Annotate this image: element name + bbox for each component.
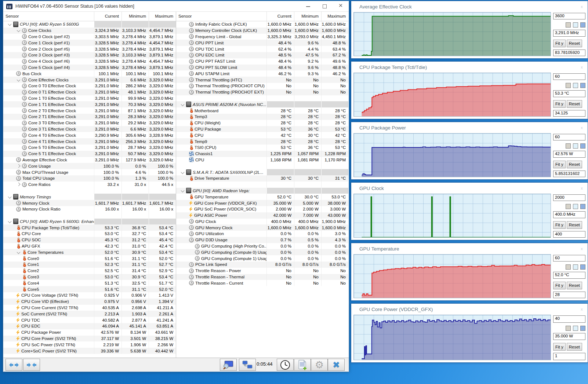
- sensor-row[interactable]: Core152.3 °C31.1 °C52.7 °C: [3, 262, 176, 268]
- y-max-input[interactable]: 3600: [553, 13, 585, 19]
- color-swatch-background[interactable]: [573, 204, 578, 209]
- column-header-current[interactable]: Current: [94, 12, 121, 21]
- fit-y-button[interactable]: Fit y: [553, 221, 566, 229]
- color-swatch-background[interactable]: [573, 326, 578, 331]
- y-min-input[interactable]: 28: [553, 292, 585, 298]
- sensor-row[interactable]: GPU Computing (High Priority Co...0.0 %0…: [176, 243, 348, 249]
- section-header-row[interactable]: CPU [#0]: AMD Ryzen 5 5600G: [3, 21, 176, 28]
- graph-title-bar[interactable]: Average Effective Clock x: [351, 1, 588, 12]
- sensor-row[interactable]: Core 2 Clock (perf #5)3,328.5 MHz3,278.4…: [3, 46, 176, 52]
- sensor-row[interactable]: CPU Core Current (SVI2 TFN)40.535 A2.698…: [3, 305, 176, 311]
- sensor-row[interactable]: CPU1,168 RPM1,081 RPM1,170 RPM: [176, 157, 348, 163]
- sensor-row[interactable]: Core051.6 °C31.1 °C52.0 °C: [3, 255, 176, 262]
- sensor-row[interactable]: GPU Core Power (VDDCR_GFX)35.000 W5.000 …: [176, 200, 348, 206]
- sensor-row[interactable]: Core+SoC Power (SVI2 TFN)39.336 W5.638 W…: [3, 348, 176, 354]
- y-min-input[interactable]: 5.853131602: [553, 171, 585, 177]
- fit-y-button[interactable]: Fit y: [553, 100, 566, 108]
- reset-button[interactable]: Reset: [567, 40, 582, 47]
- sensor-row[interactable]: Core 5 Clock (perf #4)3,328.5 MHz3,278.4…: [3, 65, 176, 71]
- sensor-row[interactable]: APU STAPM Limit46.2 %9.3 %46.2 %: [176, 70, 348, 77]
- section-header-row[interactable]: Memory Timings: [3, 194, 176, 200]
- sensor-row[interactable]: Core252.5 °C31.4 °C52.9 °C: [3, 268, 176, 274]
- sensor-row[interactable]: Core 3 T0 Effective Clock3,291.0 MHz29.2…: [3, 120, 176, 126]
- color-swatch-line[interactable]: [566, 143, 571, 149]
- sensor-row[interactable]: Core 3 Clock (perf #3)3,328.5 MHz3,103.3…: [3, 52, 176, 58]
- sensor-row[interactable]: Max CPU/Thread Usage100.0 %4.6 %100.0 %: [3, 169, 176, 175]
- sensor-row[interactable]: Drive Temperature30 °C30 °C31 °C: [176, 175, 348, 182]
- y-max-input[interactable]: 60: [553, 255, 585, 262]
- graph-close-icon[interactable]: x: [578, 186, 585, 190]
- column-header-sensor[interactable]: Sensor: [176, 12, 266, 21]
- sensor-row[interactable]: CPU TDC Limit62.4 %4.4 %63.4 %: [176, 46, 348, 52]
- minimize-icon[interactable]: [300, 1, 316, 11]
- sensor-row[interactable]: Core 2 T0 Effective Clock3,291.0 MHz87.1…: [3, 107, 176, 114]
- sensor-row[interactable]: CPU PPT FAST Limit48.4 %9.2 %49.6 %: [176, 58, 348, 65]
- section-header-row[interactable]: GPU [#0]: AMD Radeon Vega:: [176, 188, 348, 194]
- maximize-icon[interactable]: [316, 1, 333, 11]
- graph-title-bar[interactable]: GPU Clock x: [351, 183, 588, 194]
- reset-button[interactable]: Reset: [567, 282, 582, 289]
- sensor-row[interactable]: Core 0 T1 Effective Clock3,291.0 MHz48.1…: [3, 89, 176, 95]
- color-swatch-background[interactable]: [573, 22, 578, 28]
- sensor-row[interactable]: Throttle Reason - PowerNoNoNo: [176, 268, 348, 274]
- close-sensors-button[interactable]: ✖: [328, 359, 345, 371]
- sensor-row[interactable]: GPU SoC Power (VDDCR_SOC)2.000 W2.000 W3…: [176, 206, 348, 212]
- sensor-row[interactable]: CPU SoC Power (SVI2 TFN)2.219 W1.906 W2.…: [3, 341, 176, 348]
- color-swatch-grid[interactable]: [580, 83, 585, 88]
- sensor-row[interactable]: Core 1 Clock (perf #1)3,328.5 MHz3,278.4…: [3, 40, 176, 46]
- sensor-row[interactable]: Throttle Reason - CurrentNoNoNo: [176, 280, 348, 286]
- column-header-sensor[interactable]: Sensor: [3, 12, 94, 21]
- sensor-row[interactable]: Core 4 Clock (perf #6)3,328.5 MHz3,278.4…: [3, 58, 176, 65]
- fit-y-button[interactable]: Fit y: [553, 282, 566, 289]
- color-swatch-line[interactable]: [566, 264, 571, 270]
- sensor-row[interactable]: APU GFX42.3 °C31.0 °C42.4 °C: [3, 243, 176, 249]
- graph-close-icon[interactable]: x: [578, 307, 585, 311]
- sensor-row[interactable]: CPU EDC Limit48.5 %47.5 %67.2 %: [176, 52, 348, 58]
- fit-y-button[interactable]: Fit y: [553, 40, 566, 47]
- graph-close-icon[interactable]: x: [578, 125, 585, 130]
- column-header-minimum[interactable]: Minimum: [121, 12, 149, 21]
- graph-close-icon[interactable]: x: [578, 246, 585, 251]
- sensor-row[interactable]: CPU SOC45.3 °C31.2 °C45.4 °C: [3, 237, 176, 243]
- y-max-input[interactable]: 60: [553, 73, 585, 80]
- sensor-row[interactable]: Core Clocks3,324.3 MHz3,103.3 MHz4,454.7…: [3, 28, 176, 34]
- sensor-row[interactable]: Frequency Limit - Global3,325.3 MHz3,293…: [176, 34, 348, 40]
- sensor-row[interactable]: Core551.6 °C31.1 °C52.0 °C: [3, 286, 176, 292]
- fit-y-button[interactable]: Fit y: [553, 161, 566, 168]
- graph-close-icon[interactable]: x: [578, 4, 585, 9]
- sensor-row[interactable]: Core 0 T0 Effective Clock3,291.0 MHz286.…: [3, 83, 176, 89]
- sensor-row[interactable]: GPU Computing (Compute 0) Usage0.0 %0.0 …: [176, 249, 348, 255]
- graph-title-bar[interactable]: GPU Temperature x: [351, 243, 588, 254]
- sensor-row[interactable]: Total CPU Usage100.0 %1.3 %100.0 %: [3, 175, 176, 182]
- y-min-input[interactable]: 400: [553, 231, 585, 238]
- sensor-row[interactable]: Infinity Fabric Clock (FCLK)1,600.0 MHz1…: [176, 21, 348, 28]
- close-icon[interactable]: [333, 1, 349, 11]
- sensor-row[interactable]: Thermal Throttling (HTC)NoNoNo: [176, 77, 348, 83]
- sensor-row[interactable]: Throttle Reason - ThermalNoNoNo: [176, 274, 348, 280]
- monitor-search-button[interactable]: [220, 359, 237, 371]
- sensor-row[interactable]: PCIe Link Speed8.0 GT/s8.0 GT/s8.0 GT/s: [176, 262, 348, 268]
- sensor-row[interactable]: Core353.0 °C30.9 °C53.4 °C: [3, 274, 176, 280]
- sensor-row[interactable]: Core 5 T1 Effective Clock3,291.0 MHz50.7…: [3, 151, 176, 157]
- sensor-row[interactable]: Core 2 T1 Effective Clock3,291.0 MHz28.3…: [3, 114, 176, 120]
- sensor-row[interactable]: GPU Temperature52.0 °C30.0 °C53.0 °C: [176, 194, 348, 200]
- sensor-row[interactable]: GPU Memory Clock1,600.0 MHz1,600.0 MHz1,…: [176, 224, 348, 231]
- sensor-row[interactable]: GPU Clock400.0 MHz400.0 MHz1,900.0 MHz: [176, 219, 348, 225]
- settings-button[interactable]: ⚙: [311, 359, 328, 371]
- section-header-row[interactable]: ASUS PRIME A520M-K (Nuvoton NC...: [176, 101, 348, 107]
- sensor-row[interactable]: Core Effective Clocks3,291.0 MHz6.6 MHz3…: [3, 77, 176, 83]
- sensor-row[interactable]: Memory Clock1,601.7 MHz1,601.7 MHz1,601.…: [3, 200, 176, 206]
- sensor-row[interactable]: SoC Current (SVI2 TFN)2.213 A1.903 A2.26…: [3, 311, 176, 317]
- graph-title-bar[interactable]: CPU Package Temp (Tctl/Tdie) x: [351, 62, 588, 73]
- sensor-row[interactable]: GPU D3D Usage0.7 %0.5 %4.3 %: [176, 237, 348, 243]
- sensor-row[interactable]: GPU ASIC Power42.000 W7.000 W43.000 W: [176, 212, 348, 219]
- sensor-row[interactable]: Core Temperatures52.0 °C30.9 °C53.4 °C: [3, 249, 176, 255]
- sensor-row[interactable]: Thermal Throttling (PROCHOT CPU)NoNoNo: [176, 83, 348, 89]
- sensor-row[interactable]: GPU Computing (Compute 1) Usage0.0 %0.0 …: [176, 255, 348, 262]
- sensor-row[interactable]: GPU Utilization0.0 %0.0 %3.0 %: [176, 231, 348, 237]
- y-min-input[interactable]: 34.125: [553, 110, 585, 117]
- sensor-row[interactable]: CPU Core Power (SVI2 TFN)37.117 W3.501 W…: [3, 336, 176, 342]
- sensor-row[interactable]: TSI0 (CPU)53 °C36 °C53 °C: [176, 145, 348, 151]
- sensor-row[interactable]: Core Usage100.0 %0.0 %100.0 %: [3, 163, 176, 169]
- y-max-input[interactable]: 60: [553, 134, 585, 140]
